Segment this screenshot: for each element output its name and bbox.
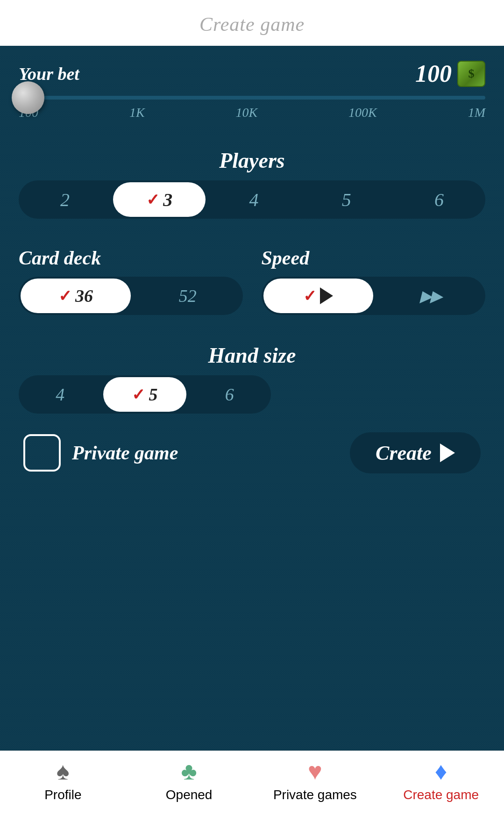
player-option-5-label: 5 [342, 189, 351, 211]
slider-label-100k: 100K [348, 105, 377, 120]
nav-label-create-game: Create game [403, 787, 479, 802]
players-option-group: 2 ✓ 3 4 5 6 [19, 180, 485, 219]
create-button-label: Create [376, 441, 432, 465]
card-deck-title: Card deck [19, 247, 243, 269]
deck-check-icon: ✓ [58, 286, 71, 305]
player-option-3[interactable]: ✓ 3 [113, 182, 206, 217]
nav-item-opened[interactable]: ♣ Opened [126, 759, 252, 802]
card-deck-section: Card deck ✓ 36 52 [19, 237, 243, 315]
speed-fast-icon: ▶▶ [420, 286, 440, 305]
diamond-icon: ♦ [435, 759, 447, 784]
speed-option-normal[interactable]: ✓ [263, 279, 374, 313]
player-option-4-label: 4 [249, 189, 259, 211]
speed-section: Speed ✓ ▶▶ [262, 237, 486, 315]
hand-option-6[interactable]: 6 [188, 375, 271, 414]
slider-label-1k: 1K [129, 105, 145, 120]
speed-normal-icon [320, 287, 333, 304]
bet-label: Your bet [19, 64, 79, 84]
spade-icon: ♠ [57, 759, 70, 784]
player-option-3-label: 3 [163, 189, 172, 211]
nav-label-private-games: Private games [273, 787, 357, 802]
page-title: Create game [0, 0, 504, 46]
bet-header: Your bet 100 [19, 60, 485, 87]
slider-track [19, 96, 485, 100]
private-game-checkbox[interactable] [23, 434, 61, 472]
player-option-2-label: 2 [60, 189, 70, 211]
nav-item-profile[interactable]: ♠ Profile [0, 759, 126, 802]
speed-option-group: ✓ ▶▶ [262, 277, 486, 315]
bet-slider-container[interactable]: 100 1K 10K 100K 1M [19, 96, 485, 134]
hand-size-option-group: 4 ✓ 5 6 [19, 375, 271, 414]
bet-section: Your bet 100 100 1K 10K 100K 1M [19, 60, 485, 134]
player-option-4[interactable]: 4 [207, 180, 300, 219]
hand-option-6-label: 6 [225, 384, 234, 405]
deck-speed-row: Card deck ✓ 36 52 Speed ✓ ▶▶ [19, 237, 485, 315]
player-option-6-label: 6 [434, 189, 444, 211]
bet-amount-container: 100 [415, 60, 485, 87]
hand-size-title: Hand size [19, 343, 485, 368]
player-check-icon: ✓ [146, 190, 159, 209]
deck-option-52-label: 52 [179, 286, 197, 306]
nav-label-profile: Profile [44, 787, 81, 802]
player-option-2[interactable]: 2 [19, 180, 111, 219]
slider-labels: 100 1K 10K 100K 1M [19, 105, 485, 120]
hand-option-4-label: 4 [56, 384, 64, 405]
slider-label-10k: 10K [235, 105, 257, 120]
create-button[interactable]: Create [350, 432, 481, 473]
nav-item-create-game[interactable]: ♦ Create game [378, 759, 504, 802]
deck-option-36[interactable]: ✓ 36 [21, 279, 131, 313]
hand-option-4[interactable]: 4 [19, 375, 101, 414]
bottom-nav: ♠ Profile ♣ Opened ♥ Private games ♦ Cre… [0, 751, 504, 830]
bottom-actions: Private game Create [19, 432, 485, 473]
club-icon: ♣ [181, 759, 197, 784]
deck-option-36-label: 36 [75, 286, 93, 306]
players-title: Players [19, 148, 485, 173]
card-deck-option-group: ✓ 36 52 [19, 277, 243, 315]
hand-option-5-label: 5 [149, 384, 157, 405]
hand-option-5[interactable]: ✓ 5 [103, 377, 186, 412]
deck-option-52[interactable]: 52 [133, 277, 243, 315]
speed-option-fast[interactable]: ▶▶ [375, 277, 485, 315]
create-button-icon [440, 444, 455, 462]
private-game-label: Private game [72, 442, 178, 464]
bet-amount: 100 [415, 60, 452, 87]
nav-label-opened: Opened [166, 787, 213, 802]
speed-check-icon: ✓ [303, 286, 316, 305]
private-game-left: Private game [23, 434, 178, 472]
players-section: Players 2 ✓ 3 4 5 6 [19, 139, 485, 223]
heart-icon: ♥ [308, 759, 322, 784]
slider-label-1m: 1M [468, 105, 485, 120]
nav-item-private-games[interactable]: ♥ Private games [252, 759, 378, 802]
speed-title: Speed [262, 247, 486, 269]
money-icon [457, 61, 485, 87]
hand-size-section: Hand size 4 ✓ 5 6 [19, 334, 485, 414]
player-option-6[interactable]: 6 [393, 180, 485, 219]
hand-check-icon: ✓ [132, 385, 145, 404]
slider-thumb[interactable] [12, 81, 44, 114]
main-content: Your bet 100 100 1K 10K 100K 1M Players [0, 46, 504, 751]
player-option-5[interactable]: 5 [300, 180, 393, 219]
